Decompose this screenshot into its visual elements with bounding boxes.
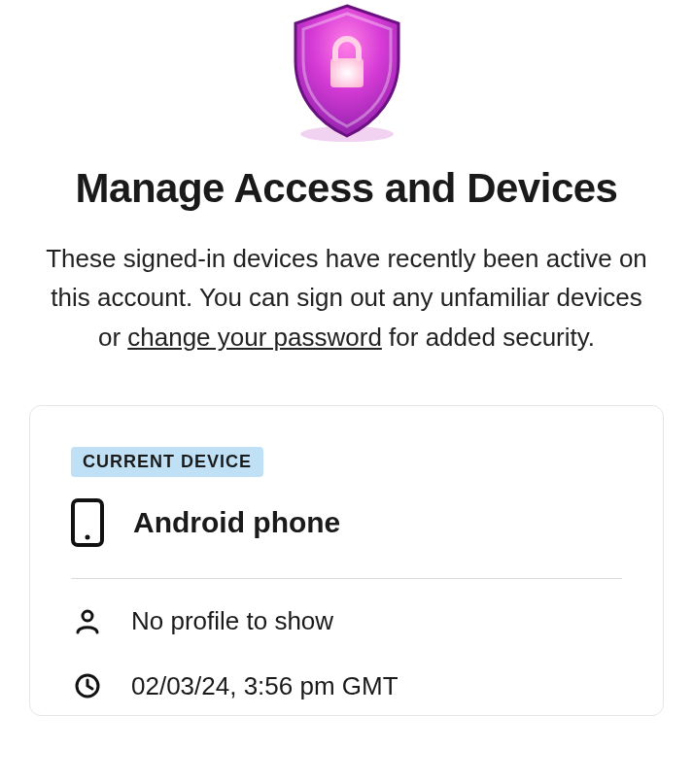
svg-point-3 bbox=[86, 534, 90, 539]
page-description: These signed-in devices have recently be… bbox=[43, 239, 650, 357]
change-password-link[interactable]: change your password bbox=[127, 323, 382, 352]
profile-text: No profile to show bbox=[131, 606, 333, 636]
device-row: Android phone bbox=[71, 498, 622, 578]
svg-rect-1 bbox=[330, 58, 364, 87]
device-card: CURRENT DEVICE Android phone No profile … bbox=[29, 405, 664, 716]
device-name: Android phone bbox=[133, 506, 340, 539]
timestamp-text: 02/03/24, 3:56 pm GMT bbox=[131, 671, 398, 701]
person-icon bbox=[71, 607, 104, 634]
current-device-badge: CURRENT DEVICE bbox=[71, 447, 263, 477]
clock-icon bbox=[71, 672, 104, 699]
shield-icon-wrap bbox=[29, 0, 664, 146]
profile-row: No profile to show bbox=[71, 579, 622, 650]
svg-point-4 bbox=[83, 611, 92, 621]
page-title: Manage Access and Devices bbox=[29, 165, 664, 212]
shield-lock-icon bbox=[284, 0, 410, 146]
manage-devices-page: Manage Access and Devices These signed-i… bbox=[0, 0, 693, 716]
mobile-icon bbox=[71, 498, 104, 547]
description-after: for added security. bbox=[382, 323, 595, 352]
timestamp-row: 02/03/24, 3:56 pm GMT bbox=[71, 650, 622, 715]
